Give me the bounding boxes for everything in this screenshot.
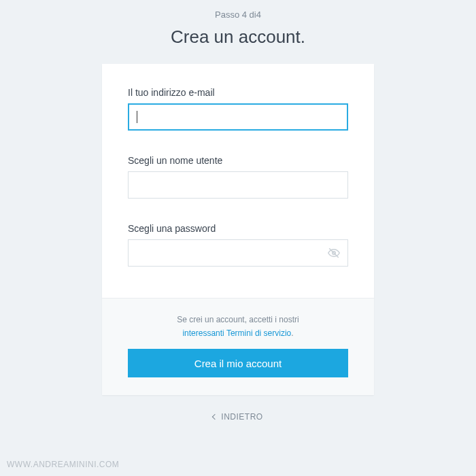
- form-area: Il tuo indirizzo e-mail Scegli un nome u…: [102, 64, 374, 298]
- email-label: Il tuo indirizzo e-mail: [128, 87, 348, 98]
- page-title: Crea un account.: [0, 27, 476, 48]
- username-label: Scegli un nome utente: [128, 155, 348, 166]
- eye-off-icon[interactable]: [328, 247, 340, 259]
- step-indicator: Passo 4 di4: [0, 0, 476, 20]
- watermark: WWW.ANDREAMININI.COM: [7, 460, 119, 469]
- email-input[interactable]: [128, 103, 348, 131]
- terms-intro: Se crei un account, accetti i nostri: [128, 313, 348, 326]
- back-label: INDIETRO: [221, 412, 262, 422]
- terms-period: .: [291, 328, 293, 338]
- password-input[interactable]: [128, 239, 348, 267]
- back-link-container: INDIETRO: [0, 411, 476, 422]
- text-cursor: [137, 111, 137, 123]
- back-link[interactable]: INDIETRO: [213, 412, 262, 422]
- terms-link[interactable]: interessanti Termini di servizio: [182, 328, 291, 338]
- password-field-group: Scegli una password: [128, 223, 348, 267]
- create-account-button[interactable]: Crea il mio account: [128, 349, 348, 377]
- signup-card: Il tuo indirizzo e-mail Scegli un nome u…: [102, 64, 374, 395]
- card-footer: Se crei un account, accetti i nostri int…: [102, 298, 374, 395]
- chevron-left-icon: [212, 414, 218, 420]
- username-input[interactable]: [128, 171, 348, 199]
- email-field-group: Il tuo indirizzo e-mail: [128, 87, 348, 131]
- password-label: Scegli una password: [128, 223, 348, 234]
- username-field-group: Scegli un nome utente: [128, 155, 348, 199]
